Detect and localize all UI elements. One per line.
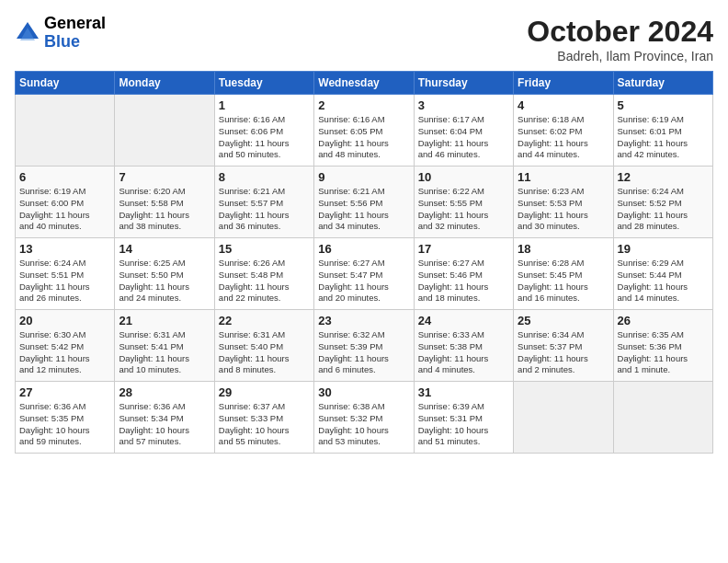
day-detail: Sunrise: 6:28 AM Sunset: 5:45 PM Dayligh… [518, 258, 609, 304]
day-number: 6 [19, 170, 110, 184]
day-number: 23 [318, 314, 409, 327]
day-number: 16 [318, 242, 409, 256]
weekday-header: Tuesday [214, 72, 313, 95]
calendar-cell: 4Sunrise: 6:18 AM Sunset: 6:02 PM Daylig… [514, 95, 613, 167]
calendar-cell: 17Sunrise: 6:27 AM Sunset: 5:46 PM Dayli… [414, 238, 513, 310]
calendar-cell: 2Sunrise: 6:16 AM Sunset: 6:05 PM Daylig… [314, 95, 414, 167]
weekday-header: Monday [115, 72, 214, 95]
title-block: October 2024 Badreh, Ilam Province, Iran [527, 15, 713, 63]
day-detail: Sunrise: 6:35 AM Sunset: 5:36 PM Dayligh… [618, 329, 709, 376]
day-number: 3 [418, 98, 509, 112]
calendar-cell: 21Sunrise: 6:31 AM Sunset: 5:41 PM Dayli… [115, 310, 214, 382]
day-detail: Sunrise: 6:18 AM Sunset: 6:02 PM Dayligh… [518, 114, 609, 161]
calendar-cell: 3Sunrise: 6:17 AM Sunset: 6:04 PM Daylig… [414, 95, 513, 167]
day-detail: Sunrise: 6:30 AM Sunset: 5:42 PM Dayligh… [19, 329, 110, 376]
calendar-cell: 8Sunrise: 6:21 AM Sunset: 5:57 PM Daylig… [214, 167, 313, 238]
calendar-cell: 18Sunrise: 6:28 AM Sunset: 5:45 PM Dayli… [514, 238, 613, 310]
calendar-cell: 22Sunrise: 6:31 AM Sunset: 5:40 PM Dayli… [214, 310, 313, 382]
day-detail: Sunrise: 6:23 AM Sunset: 5:53 PM Dayligh… [518, 186, 609, 233]
day-number: 5 [618, 98, 709, 112]
day-number: 14 [119, 242, 210, 256]
calendar-cell: 24Sunrise: 6:33 AM Sunset: 5:38 PM Dayli… [414, 310, 513, 382]
day-detail: Sunrise: 6:33 AM Sunset: 5:38 PM Dayligh… [418, 329, 509, 376]
day-detail: Sunrise: 6:27 AM Sunset: 5:46 PM Dayligh… [418, 258, 509, 304]
calendar-cell: 7Sunrise: 6:20 AM Sunset: 5:58 PM Daylig… [115, 167, 214, 238]
weekday-header: Sunday [16, 72, 115, 95]
day-detail: Sunrise: 6:20 AM Sunset: 5:58 PM Dayligh… [119, 186, 210, 233]
calendar-table: SundayMondayTuesdayWednesdayThursdayFrid… [15, 71, 713, 454]
calendar-week-row: 13Sunrise: 6:24 AM Sunset: 5:51 PM Dayli… [16, 238, 713, 310]
calendar-cell: 27Sunrise: 6:36 AM Sunset: 5:35 PM Dayli… [16, 382, 115, 454]
day-detail: Sunrise: 6:36 AM Sunset: 5:34 PM Dayligh… [119, 401, 210, 448]
calendar-cell: 29Sunrise: 6:37 AM Sunset: 5:33 PM Dayli… [214, 382, 313, 454]
calendar-cell: 5Sunrise: 6:19 AM Sunset: 6:01 PM Daylig… [613, 95, 712, 167]
day-detail: Sunrise: 6:16 AM Sunset: 6:05 PM Dayligh… [318, 114, 409, 161]
day-detail: Sunrise: 6:36 AM Sunset: 5:35 PM Dayligh… [19, 401, 110, 448]
day-number: 30 [318, 385, 409, 399]
calendar-cell: 14Sunrise: 6:25 AM Sunset: 5:50 PM Dayli… [115, 238, 214, 310]
day-detail: Sunrise: 6:31 AM Sunset: 5:40 PM Dayligh… [219, 329, 310, 376]
weekday-header: Thursday [414, 72, 513, 95]
calendar-cell: 31Sunrise: 6:39 AM Sunset: 5:31 PM Dayli… [414, 382, 513, 454]
calendar-cell: 20Sunrise: 6:30 AM Sunset: 5:42 PM Dayli… [16, 310, 115, 382]
calendar-cell: 23Sunrise: 6:32 AM Sunset: 5:39 PM Dayli… [314, 310, 414, 382]
calendar-week-row: 27Sunrise: 6:36 AM Sunset: 5:35 PM Dayli… [16, 382, 713, 454]
weekday-header: Wednesday [314, 72, 414, 95]
calendar-cell: 15Sunrise: 6:26 AM Sunset: 5:48 PM Dayli… [214, 238, 313, 310]
day-number: 28 [119, 385, 210, 399]
day-detail: Sunrise: 6:24 AM Sunset: 5:52 PM Dayligh… [618, 186, 709, 233]
logo-icon [15, 20, 40, 46]
calendar-cell [514, 382, 613, 454]
day-number: 27 [19, 385, 110, 399]
day-number: 11 [518, 170, 609, 184]
calendar-cell: 28Sunrise: 6:36 AM Sunset: 5:34 PM Dayli… [115, 382, 214, 454]
page-header: General Blue October 2024 Badreh, Ilam P… [15, 15, 713, 63]
day-detail: Sunrise: 6:24 AM Sunset: 5:51 PM Dayligh… [19, 258, 110, 304]
day-number: 22 [219, 314, 310, 327]
calendar-cell: 19Sunrise: 6:29 AM Sunset: 5:44 PM Dayli… [613, 238, 712, 310]
day-number: 18 [518, 242, 609, 256]
day-detail: Sunrise: 6:21 AM Sunset: 5:57 PM Dayligh… [219, 186, 310, 233]
day-number: 13 [19, 242, 110, 256]
logo-blue: Blue [44, 33, 106, 52]
day-number: 25 [518, 314, 609, 327]
day-number: 15 [219, 242, 310, 256]
day-detail: Sunrise: 6:39 AM Sunset: 5:31 PM Dayligh… [418, 401, 509, 448]
day-number: 17 [418, 242, 509, 256]
calendar-cell: 12Sunrise: 6:24 AM Sunset: 5:52 PM Dayli… [613, 167, 712, 238]
calendar-cell: 1Sunrise: 6:16 AM Sunset: 6:06 PM Daylig… [214, 95, 313, 167]
day-detail: Sunrise: 6:38 AM Sunset: 5:32 PM Dayligh… [318, 401, 409, 448]
calendar-cell [613, 382, 712, 454]
day-number: 9 [318, 170, 409, 184]
day-number: 8 [219, 170, 310, 184]
logo-general: General [44, 15, 106, 33]
calendar-cell: 10Sunrise: 6:22 AM Sunset: 5:55 PM Dayli… [414, 167, 513, 238]
day-number: 31 [418, 385, 509, 399]
day-number: 2 [318, 98, 409, 112]
month-title: October 2024 [527, 15, 713, 49]
day-detail: Sunrise: 6:19 AM Sunset: 6:01 PM Dayligh… [618, 114, 709, 161]
day-number: 4 [518, 98, 609, 112]
day-detail: Sunrise: 6:37 AM Sunset: 5:33 PM Dayligh… [219, 401, 310, 448]
calendar-week-row: 1Sunrise: 6:16 AM Sunset: 6:06 PM Daylig… [16, 95, 713, 167]
day-detail: Sunrise: 6:17 AM Sunset: 6:04 PM Dayligh… [418, 114, 509, 161]
calendar-cell: 6Sunrise: 6:19 AM Sunset: 6:00 PM Daylig… [16, 167, 115, 238]
calendar-cell: 11Sunrise: 6:23 AM Sunset: 5:53 PM Dayli… [514, 167, 613, 238]
day-detail: Sunrise: 6:29 AM Sunset: 5:44 PM Dayligh… [618, 258, 709, 304]
calendar-cell: 9Sunrise: 6:21 AM Sunset: 5:56 PM Daylig… [314, 167, 414, 238]
day-detail: Sunrise: 6:31 AM Sunset: 5:41 PM Dayligh… [119, 329, 210, 376]
day-number: 20 [19, 314, 110, 327]
day-detail: Sunrise: 6:27 AM Sunset: 5:47 PM Dayligh… [318, 258, 409, 304]
day-detail: Sunrise: 6:21 AM Sunset: 5:56 PM Dayligh… [318, 186, 409, 233]
day-number: 21 [119, 314, 210, 327]
day-detail: Sunrise: 6:34 AM Sunset: 5:37 PM Dayligh… [518, 329, 609, 376]
day-number: 26 [618, 314, 709, 327]
calendar-cell: 25Sunrise: 6:34 AM Sunset: 5:37 PM Dayli… [514, 310, 613, 382]
day-detail: Sunrise: 6:25 AM Sunset: 5:50 PM Dayligh… [119, 258, 210, 304]
day-number: 12 [618, 170, 709, 184]
day-detail: Sunrise: 6:19 AM Sunset: 6:00 PM Dayligh… [19, 186, 110, 233]
day-detail: Sunrise: 6:16 AM Sunset: 6:06 PM Dayligh… [219, 114, 310, 161]
day-number: 1 [219, 98, 310, 112]
day-detail: Sunrise: 6:32 AM Sunset: 5:39 PM Dayligh… [318, 329, 409, 376]
day-detail: Sunrise: 6:26 AM Sunset: 5:48 PM Dayligh… [219, 258, 310, 304]
